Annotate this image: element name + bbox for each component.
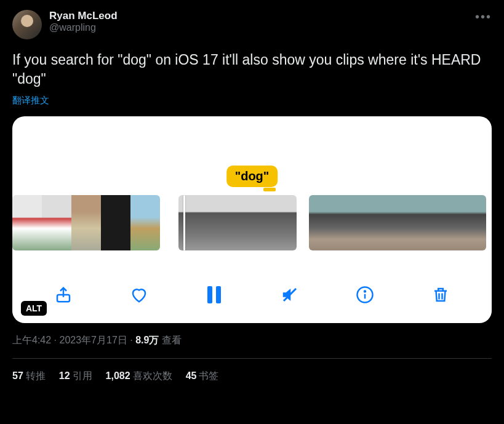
tweet-header: Ryan McLeod @warpling ••• [12,10,492,39]
clip-group[interactable] [309,195,486,250]
trash-icon[interactable] [430,284,452,306]
clip-frame [208,195,238,250]
clip-timeline[interactable] [12,195,492,250]
clip-frame [238,195,267,250]
clip-frame [398,195,427,250]
stat-bookmarks[interactable]: 45书签 [186,370,219,383]
mute-icon[interactable] [279,284,301,306]
stat-likes[interactable]: 1,082喜欢次数 [106,370,172,383]
avatar[interactable] [12,10,42,39]
more-icon[interactable]: ••• [475,10,492,24]
clip-frame [457,195,486,250]
stat-count: 57 [12,370,23,381]
search-term-badge: "dog" [226,166,278,187]
clip-frame [42,195,71,250]
alt-badge[interactable]: ALT [21,301,47,316]
clip-frame [338,195,368,250]
stat-count: 1,082 [106,370,130,381]
tweet-date[interactable]: 2023年7月17日 [59,335,127,345]
playhead[interactable] [183,195,185,250]
display-name: Ryan McLeod [49,10,118,22]
clip-group[interactable] [178,195,297,250]
clip-frame [71,195,101,250]
clip-frame [368,195,398,250]
tweet-meta: 上午4:42 · 2023年7月17日 · 8.9万 查看 [12,334,492,347]
svg-point-4 [364,290,366,292]
stat-count: 12 [59,370,70,381]
tweet-time[interactable]: 上午4:42 [12,335,51,345]
tweet-container: Ryan McLeod @warpling ••• If you search … [0,0,504,393]
stat-retweets[interactable]: 57转推 [12,370,46,383]
badge-tick [263,188,276,191]
pause-icon[interactable] [203,284,225,306]
stat-label: 书签 [199,370,218,381]
clip-frame [130,195,160,250]
media-toolbar [12,284,492,306]
author-names[interactable]: Ryan McLeod @warpling [49,10,118,33]
stat-label: 喜欢次数 [133,370,172,381]
clip-frame [12,195,42,250]
stat-quotes[interactable]: 12引用 [59,370,92,383]
clip-frame [309,195,338,250]
translate-link[interactable]: 翻译推文 [12,95,492,106]
clip-group[interactable] [12,195,160,250]
stat-count: 45 [186,370,197,381]
tweet-stats: 57转推 12引用 1,082喜欢次数 45书签 [12,359,492,383]
views-count: 8.9万 [135,335,159,345]
stat-label: 引用 [73,370,92,381]
clip-frame [267,195,297,250]
clip-frame [101,195,130,250]
share-icon[interactable] [52,284,74,306]
handle: @warpling [49,22,118,33]
views-label: 查看 [162,335,182,345]
heart-icon[interactable] [128,284,150,306]
tweet-text: If you search for "dog" on iOS 17 it'll … [12,50,492,89]
clip-frame [427,195,457,250]
stat-label: 转推 [26,370,46,381]
info-icon[interactable] [354,284,376,306]
media-card[interactable]: "dog" [12,116,492,323]
